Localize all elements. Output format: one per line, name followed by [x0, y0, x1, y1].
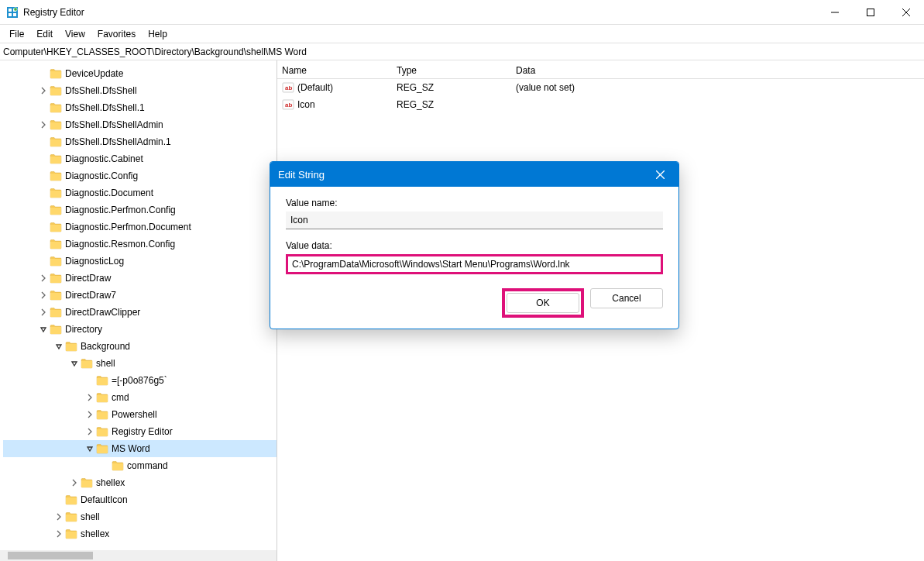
window-title: Registry Editor: [23, 7, 817, 18]
tree-expander-icon[interactable]: [68, 477, 81, 489]
minimize-button[interactable]: [817, 0, 853, 24]
tree-item[interactable]: cmd: [3, 389, 277, 406]
tree-label: DiagnosticLog: [65, 256, 124, 267]
folder-icon: [50, 239, 62, 250]
tree-item[interactable]: DfsShell.DfsShellAdmin: [3, 116, 277, 133]
titlebar: Registry Editor: [0, 0, 924, 25]
tree-label: =[-p0o876g5`: [112, 375, 167, 386]
tree-expander-icon[interactable]: [37, 323, 50, 336]
svg-rect-1: [9, 9, 12, 12]
tree-expander-icon[interactable]: [53, 511, 65, 523]
address-bar[interactable]: Computer\HKEY_CLASSES_ROOT\Directory\Bac…: [0, 43, 924, 60]
tree-item[interactable]: command: [3, 457, 277, 474]
ok-button[interactable]: OK: [507, 293, 579, 313]
string-value-icon: ab: [282, 81, 294, 94]
tree-label: shell: [96, 358, 115, 369]
folder-icon: [65, 341, 77, 352]
tree-label: DfsShell.DfsShellAdmin: [65, 119, 163, 130]
tree-label: Diagnostic.Config: [65, 170, 138, 181]
app-icon: [6, 6, 19, 19]
tree-item[interactable]: Diagnostic.Perfmon.Config: [3, 201, 277, 219]
folder-icon: [50, 119, 62, 130]
tree-item[interactable]: Diagnostic.Config: [3, 167, 277, 184]
value-name-input[interactable]: [286, 212, 663, 229]
close-button[interactable]: [888, 0, 924, 24]
tree-item[interactable]: Powershell: [3, 406, 277, 423]
tree-item[interactable]: Directory: [3, 321, 277, 338]
cancel-button[interactable]: Cancel: [590, 288, 663, 308]
dialog-close-button[interactable]: [649, 162, 671, 187]
dialog-title: Edit String: [278, 169, 649, 181]
tree-label: MS Word: [112, 443, 150, 454]
tree-item[interactable]: Diagnostic.Perfmon.Document: [3, 219, 277, 236]
tree-item[interactable]: DeviceUpdate: [3, 65, 277, 82]
tree-item[interactable]: DefaultIcon: [3, 491, 277, 508]
tree-item[interactable]: Registry Editor: [3, 423, 277, 440]
tree-item[interactable]: DfsShell.DfsShell: [3, 82, 277, 99]
tree-item[interactable]: DiagnosticLog: [3, 253, 277, 270]
value-data-input[interactable]: [286, 254, 663, 274]
tree-label: Background: [81, 341, 130, 352]
folder-icon: [81, 358, 93, 369]
tree-label: Diagnostic.Document: [65, 188, 153, 198]
folder-icon: [96, 392, 108, 403]
tree-expander-icon[interactable]: [84, 391, 96, 404]
tree-item[interactable]: DfsShell.DfsShellAdmin.1: [3, 133, 277, 150]
tree-item[interactable]: Background: [3, 338, 277, 355]
tree-expander-icon[interactable]: [53, 528, 65, 540]
header-type[interactable]: Type: [392, 65, 511, 78]
tree-item[interactable]: =[-p0o876g5`: [3, 372, 277, 389]
folder-icon: [50, 170, 62, 181]
tree-expander-icon[interactable]: [37, 84, 50, 97]
dialog-titlebar[interactable]: Edit String: [270, 162, 678, 187]
tree-item[interactable]: DirectDraw: [3, 270, 277, 287]
tree-item[interactable]: shellex: [3, 474, 277, 491]
tree-item[interactable]: shell: [3, 508, 277, 525]
tree-expander-icon[interactable]: [68, 357, 81, 370]
tree-item[interactable]: DfsShell.DfsShell.1: [3, 99, 277, 116]
tree-item[interactable]: DirectDrawClipper: [3, 304, 277, 321]
tree-label: shellex: [96, 477, 125, 488]
header-data[interactable]: Data: [511, 65, 924, 78]
tree-expander-icon[interactable]: [37, 119, 50, 131]
scrollbar-thumb[interactable]: [8, 552, 93, 559]
folder-icon: [50, 68, 62, 79]
maximize-button[interactable]: [853, 0, 888, 24]
list-row[interactable]: abIconREG_SZ: [277, 96, 924, 113]
tree-item[interactable]: shellex: [3, 525, 277, 542]
list-row[interactable]: ab(Default)REG_SZ(value not set): [277, 79, 924, 96]
tree-expander-icon[interactable]: [84, 442, 96, 455]
menu-file[interactable]: File: [3, 26, 30, 42]
tree-expander-icon[interactable]: [37, 306, 50, 318]
folder-icon: [65, 494, 77, 505]
folder-icon: [96, 426, 108, 437]
tree-item[interactable]: shell: [3, 355, 277, 372]
tree-expander-icon[interactable]: [84, 425, 96, 438]
value-data-label: Value data:: [286, 240, 663, 251]
tree-item[interactable]: MS Word: [3, 440, 277, 457]
tree-label: Directory: [65, 324, 102, 335]
horizontal-scrollbar[interactable]: [0, 550, 277, 561]
tree-expander-icon[interactable]: [37, 289, 50, 301]
menu-favorites[interactable]: Favorites: [91, 26, 142, 42]
tree-label: DirectDraw7: [65, 290, 116, 301]
list-type: REG_SZ: [392, 82, 511, 93]
tree-item[interactable]: Diagnostic.Cabinet: [3, 150, 277, 167]
tree-expander-icon[interactable]: [37, 272, 50, 284]
tree-expander-icon[interactable]: [84, 408, 96, 421]
tree-item[interactable]: Diagnostic.Resmon.Config: [3, 236, 277, 253]
folder-icon: [50, 222, 62, 232]
folder-icon: [50, 256, 62, 267]
menu-edit[interactable]: Edit: [30, 26, 59, 42]
header-name[interactable]: Name: [277, 65, 392, 78]
folder-icon: [50, 188, 62, 198]
folder-icon: [65, 511, 77, 522]
menu-view[interactable]: View: [59, 26, 91, 42]
address-text: Computer\HKEY_CLASSES_ROOT\Directory\Bac…: [3, 46, 307, 57]
tree-expander-icon[interactable]: [53, 340, 65, 353]
tree-item[interactable]: Diagnostic.Document: [3, 184, 277, 201]
menu-help[interactable]: Help: [142, 26, 173, 42]
folder-icon: [50, 102, 62, 113]
tree-item[interactable]: DirectDraw7: [3, 287, 277, 304]
folder-icon: [50, 136, 62, 147]
